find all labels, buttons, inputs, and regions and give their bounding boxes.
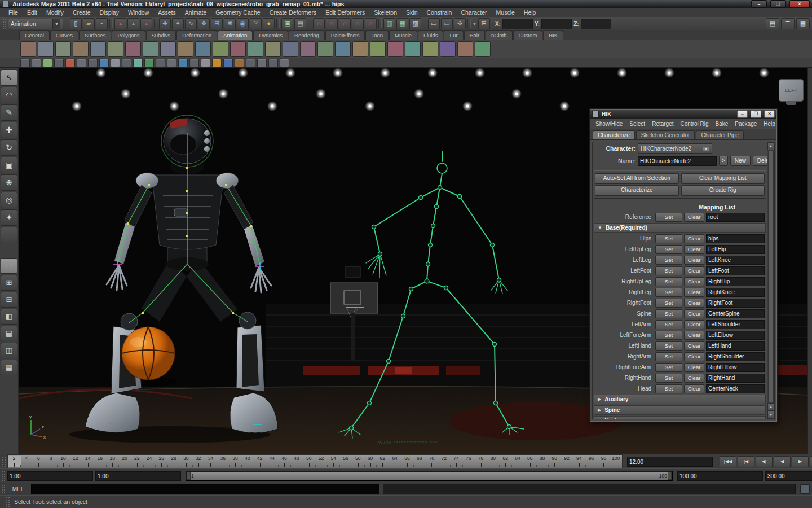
menu-item[interactable]: Display bbox=[95, 8, 122, 16]
collapsed-section-header[interactable]: ▶ Spine bbox=[594, 405, 766, 415]
timeline-tick[interactable]: 28 bbox=[167, 455, 180, 468]
mapping-value-field[interactable]: LeftElbow bbox=[706, 331, 765, 340]
menu-item[interactable]: Create bbox=[69, 8, 95, 16]
clear-button[interactable]: Clear bbox=[684, 234, 704, 243]
persp-outliner-layout[interactable]: ◧ bbox=[1, 309, 17, 325]
menu-item[interactable]: Animate bbox=[181, 8, 211, 16]
tool-settings-toggle[interactable]: ≣ bbox=[781, 18, 795, 29]
timeline-tick[interactable]: 100 bbox=[610, 455, 622, 468]
x-coordinate-field[interactable] bbox=[502, 19, 533, 29]
lasso-select-tool[interactable]: ◠ bbox=[1, 87, 17, 103]
menu-item[interactable]: Skeleton bbox=[370, 8, 401, 16]
input-line-selector[interactable]: ▼ bbox=[473, 22, 476, 26]
mapping-value-field[interactable]: LeftShoulder bbox=[706, 320, 765, 329]
timeline-tick[interactable]: 18 bbox=[106, 455, 118, 468]
set-button[interactable]: Set bbox=[655, 341, 682, 351]
mask-misc-icon[interactable]: ? bbox=[250, 18, 262, 29]
timeline-tick[interactable]: 72 bbox=[438, 455, 450, 468]
shelf-tool-icon[interactable] bbox=[352, 41, 368, 57]
construction-history-icon[interactable]: ▥ bbox=[383, 18, 395, 29]
enable-nodes-icon[interactable]: ▦ bbox=[396, 18, 408, 29]
mask-surfaces-icon[interactable]: ❖ bbox=[198, 18, 210, 29]
hik-menu-item[interactable]: Retarget bbox=[649, 120, 676, 128]
panel-toolbar-icon[interactable] bbox=[133, 59, 143, 67]
shelf-tool-icon[interactable] bbox=[143, 41, 158, 57]
memory-icon[interactable]: ▨ bbox=[409, 18, 421, 29]
shelf-tool-icon[interactable] bbox=[38, 41, 54, 57]
timeline-tick[interactable]: 88 bbox=[536, 455, 549, 468]
menu-item[interactable]: Skin bbox=[402, 8, 421, 16]
panel-toolbar-icon[interactable] bbox=[20, 59, 30, 67]
basketball[interactable] bbox=[122, 327, 175, 380]
range-bar[interactable]: 1 100 bbox=[187, 472, 672, 480]
scroll-up-icon[interactable]: ▲ bbox=[767, 142, 774, 150]
hik-tab[interactable]: Characterize bbox=[593, 130, 635, 139]
shelf-tool-icon[interactable] bbox=[213, 41, 228, 57]
shelf-tab[interactable]: Deformation bbox=[176, 30, 217, 40]
shelf-tool-icon[interactable] bbox=[335, 41, 351, 57]
scroll-up-icon[interactable]: ▲ bbox=[767, 403, 774, 411]
timeline-tick[interactable]: 76 bbox=[462, 455, 475, 468]
timeline-tick[interactable]: 14 bbox=[82, 455, 94, 468]
shelf-tab[interactable]: Hair bbox=[464, 30, 485, 40]
mapping-value-field[interactable]: LeftFoot bbox=[706, 266, 765, 275]
mapping-value-field[interactable]: RightElbow bbox=[706, 363, 765, 372]
timeline-tick[interactable]: 62 bbox=[376, 455, 389, 468]
hik-minimize-button[interactable]: – bbox=[737, 110, 748, 118]
move-tool[interactable]: ✚ bbox=[1, 122, 17, 138]
clear-button[interactable]: Clear bbox=[684, 363, 704, 372]
shelf-tool-icon[interactable] bbox=[475, 41, 491, 57]
panel-toolbar-icon[interactable] bbox=[268, 59, 278, 67]
view-cube[interactable]: LEFT bbox=[779, 79, 804, 102]
attribute-editor-toggle[interactable]: ▤ bbox=[766, 18, 779, 29]
menu-item[interactable]: Assets bbox=[154, 8, 180, 16]
characterize-button[interactable]: Characterize bbox=[595, 185, 679, 196]
custom-layout[interactable]: ▦ bbox=[1, 360, 17, 375]
shelf-tool-icon[interactable] bbox=[125, 41, 141, 57]
shelf-tool-icon[interactable] bbox=[370, 41, 386, 57]
show-manipulator-tool[interactable]: ✦ bbox=[1, 209, 17, 226]
snap-to-plane-icon[interactable]: ∩ bbox=[352, 18, 364, 29]
status-line-grip[interactable] bbox=[2, 19, 6, 29]
panel-toolbar-icon[interactable] bbox=[32, 59, 41, 67]
panel-toolbar-icon[interactable] bbox=[280, 59, 289, 67]
panel-toolbar-icon[interactable] bbox=[156, 59, 165, 67]
set-button[interactable]: Set bbox=[655, 213, 682, 222]
panel-toolbar-icon[interactable] bbox=[88, 59, 98, 67]
clear-button[interactable]: Clear bbox=[684, 341, 704, 351]
snap-to-grid-icon[interactable]: ∩ bbox=[313, 18, 325, 29]
timeline-tick[interactable]: 86 bbox=[524, 455, 536, 468]
save-scene-icon[interactable]: ▪ bbox=[96, 18, 108, 29]
shelf-tab[interactable]: Polygons bbox=[112, 30, 145, 40]
menu-item[interactable]: File bbox=[5, 8, 22, 16]
auto-set-all-button[interactable]: Auto-Set All from Selection bbox=[595, 173, 679, 184]
time-ruler[interactable]: 2468101214161820222426283032343638404244… bbox=[7, 454, 623, 468]
select-by-object-type-icon[interactable]: ▴ bbox=[127, 18, 139, 29]
viewport-left-view[interactable]: LEFT www.*************.*** y x z HIK – ❐… bbox=[19, 68, 807, 454]
clear-button[interactable]: Clear bbox=[684, 374, 704, 383]
make-live-icon[interactable]: ∩ bbox=[365, 18, 377, 29]
set-button[interactable]: Set bbox=[655, 320, 682, 329]
set-button[interactable]: Set bbox=[655, 374, 682, 383]
new-character-button[interactable]: New bbox=[730, 156, 751, 166]
timeline-tick[interactable]: 10 bbox=[57, 455, 69, 468]
mel-command-input[interactable] bbox=[31, 484, 379, 494]
timeline-tick[interactable]: 92 bbox=[561, 455, 573, 468]
panel-toolbar-icon[interactable] bbox=[122, 59, 131, 67]
last-tool-used[interactable] bbox=[1, 227, 17, 243]
shelf-tool-icon[interactable] bbox=[387, 41, 403, 57]
timeline-tick[interactable]: 12 bbox=[69, 455, 82, 468]
timeline-tick[interactable]: 2 bbox=[8, 455, 20, 468]
y-coordinate-field[interactable] bbox=[541, 19, 572, 29]
mask-handles-icon[interactable]: ✚ bbox=[159, 18, 171, 29]
clear-button[interactable]: Clear bbox=[684, 352, 704, 361]
panel-toolbar-icon[interactable] bbox=[77, 59, 86, 67]
command-output[interactable] bbox=[383, 484, 796, 494]
two-pane-stacked-layout[interactable]: ⊟ bbox=[1, 292, 17, 308]
mask-joints-icon[interactable]: ✦ bbox=[172, 18, 184, 29]
timeline-tick[interactable]: 20 bbox=[118, 455, 131, 468]
shelf-tool-icon[interactable] bbox=[265, 41, 281, 57]
set-button[interactable]: Set bbox=[655, 363, 682, 372]
timeline-tick[interactable]: 96 bbox=[585, 455, 598, 468]
menu-item[interactable]: Edit Deformers bbox=[321, 8, 369, 16]
